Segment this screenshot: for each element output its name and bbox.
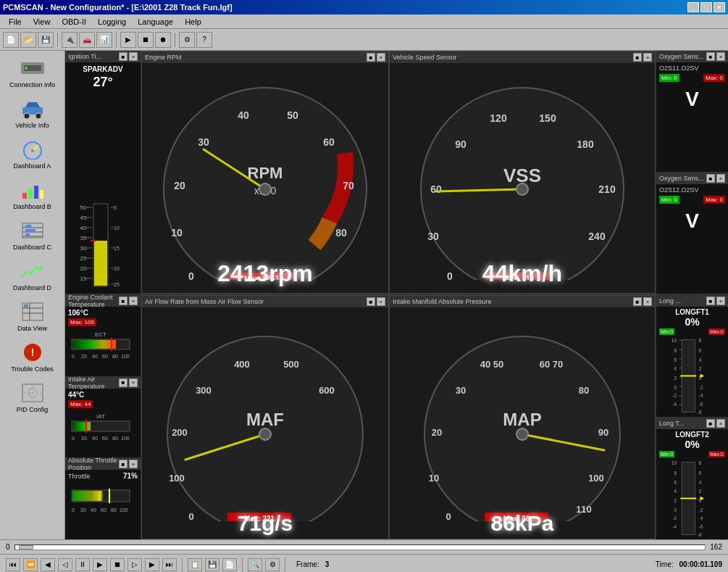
sidebar-item-dashboard-c[interactable]: Dashboard C — [4, 216, 62, 254]
svg-text:-8: -8 — [698, 532, 702, 537]
ignition-panel-minimize[interactable]: ■ — [119, 52, 127, 61]
o2s12-minimize[interactable]: ■ — [706, 174, 715, 183]
o2s11-value: V — [659, 88, 725, 111]
sidebar-item-dashboard-d[interactable]: Dashboard D — [4, 257, 62, 294]
svg-point-136 — [259, 428, 271, 440]
sidebar-item-dashboard-a[interactable]: Dashboard A — [4, 135, 62, 173]
svg-text:30: 30 — [456, 385, 466, 396]
copy-button[interactable]: 📄 — [222, 558, 237, 571]
svg-text:80: 80 — [112, 354, 118, 359]
svg-rect-20 — [25, 233, 30, 236]
menu-logging[interactable]: Logging — [92, 16, 132, 28]
sidebar-item-pid-config[interactable]: PID Config — [4, 378, 62, 416]
prev-frame-button[interactable]: ◀ — [41, 558, 55, 571]
scroll-left-value: 0 — [6, 543, 10, 551]
throttle-minimize[interactable]: ■ — [119, 460, 127, 468]
map-panel-close[interactable]: × — [643, 297, 652, 306]
rpm-panel-close[interactable]: × — [377, 53, 385, 62]
o2s11-close[interactable]: × — [716, 52, 725, 61]
longft2-minimize[interactable]: ■ — [706, 419, 715, 428]
svg-text:100: 100 — [121, 436, 130, 441]
maf-panel-minimize[interactable]: ■ — [367, 297, 375, 306]
menu-file[interactable]: File — [3, 16, 28, 28]
map-panel-minimize[interactable]: ■ — [633, 297, 642, 306]
config-transport-button[interactable]: ⚙ — [265, 558, 280, 571]
svg-point-152 — [516, 428, 528, 440]
dashboard: Ignition Ti... ■ × SPARKADV 27° 50 45 — [65, 51, 728, 539]
sidebar-item-dashboard-b[interactable]: Dashboard B — [4, 175, 62, 213]
config-button[interactable]: ⚙ — [179, 32, 195, 48]
play-transport-button[interactable]: ▶ — [93, 558, 107, 571]
ect-close[interactable]: × — [129, 297, 138, 305]
iat-close[interactable]: × — [129, 378, 138, 387]
ect-minimize[interactable]: ■ — [119, 297, 127, 305]
sidebar-item-vehicle-info[interactable]: Vehicle Info — [4, 94, 62, 132]
play-button[interactable]: ▶ — [120, 32, 136, 48]
ect-panel-title: Engine Coolant Temperature ■ × — [65, 295, 141, 307]
ignition-panel-close[interactable]: × — [129, 52, 138, 61]
svg-text:25: 25 — [114, 282, 120, 287]
svg-text:200: 200 — [172, 427, 188, 438]
export-button[interactable]: 📋 — [188, 558, 202, 571]
longft2-close[interactable]: × — [716, 419, 725, 428]
sidebar-item-connection-info[interactable]: Connection Info — [4, 54, 62, 91]
save-button[interactable]: 💾 — [38, 32, 54, 48]
window-controls[interactable]: _ □ × — [687, 2, 725, 12]
stop-button[interactable]: ⏹ — [138, 32, 154, 48]
rpm-panel-minimize[interactable]: ■ — [367, 53, 375, 62]
longft1-minimize[interactable]: ■ — [706, 297, 715, 305]
frame-label: Frame: — [296, 560, 319, 568]
o2s11-panel-title: Oxygen Sens... ■ × — [656, 51, 728, 62]
pause-button[interactable]: ⏸ — [75, 558, 90, 571]
menu-language[interactable]: Language — [132, 16, 179, 28]
svg-text:4: 4 — [699, 357, 702, 362]
maf-panel-close[interactable]: × — [377, 297, 385, 306]
map-value: 86kPa — [390, 511, 655, 536]
next-frame-button[interactable]: ▶ — [145, 558, 159, 571]
minimize-button[interactable]: _ — [687, 2, 699, 12]
svg-text:IAT: IAT — [96, 413, 105, 420]
throttle-close[interactable]: × — [129, 460, 138, 468]
menu-obdii[interactable]: OBD-II — [56, 16, 92, 28]
vss-panel-close[interactable]: × — [643, 53, 652, 62]
longft1-close[interactable]: × — [716, 297, 725, 305]
svg-text:500: 500 — [283, 359, 299, 370]
new-button[interactable]: 📄 — [3, 32, 19, 48]
maximize-button[interactable]: □ — [700, 2, 712, 12]
iat-minimize[interactable]: ■ — [119, 378, 127, 387]
connect-button[interactable]: 🔌 — [62, 32, 78, 48]
zoom-button[interactable]: 🔍 — [248, 558, 262, 571]
svg-text:15: 15 — [114, 246, 120, 251]
o2s12-min: Min: 0 — [659, 196, 679, 204]
scroll-thumb[interactable] — [19, 545, 33, 550]
vss-panel-minimize[interactable]: ■ — [633, 53, 642, 62]
rewind-button[interactable]: ⏪ — [23, 558, 38, 571]
svg-text:6: 6 — [699, 348, 702, 353]
skip-start-button[interactable]: ⏮ — [6, 558, 20, 571]
open-button[interactable]: 📂 — [20, 32, 36, 48]
o2s11-minimize[interactable]: ■ — [706, 52, 715, 61]
svg-text:4: 4 — [674, 489, 677, 494]
close-button[interactable]: × — [714, 2, 725, 12]
vehicle-button[interactable]: 🚗 — [79, 32, 95, 48]
step-back-button[interactable]: ◁ — [58, 558, 72, 571]
sidebar-label-connection-info: Connection Info — [9, 81, 55, 88]
o2s12-close[interactable]: × — [716, 174, 725, 183]
menu-help[interactable]: Help — [179, 16, 207, 28]
record-button[interactable]: ⏺ — [155, 32, 171, 48]
help-toolbar-button[interactable]: ? — [196, 32, 212, 48]
svg-text:20: 20 — [80, 265, 87, 272]
svg-text:2: 2 — [674, 376, 677, 381]
scroll-track[interactable] — [14, 544, 706, 550]
step-fwd-button[interactable]: ▷ — [127, 558, 142, 571]
skip-end-button[interactable]: ⏭ — [162, 558, 177, 571]
dash-button[interactable]: 📊 — [96, 32, 112, 48]
sidebar-item-trouble-codes[interactable]: ! Trouble Codes — [4, 338, 62, 376]
svg-point-77 — [259, 183, 271, 195]
sidebar-item-data-view[interactable]: Data View — [4, 297, 62, 335]
menu-view[interactable]: View — [28, 16, 57, 28]
sidebar-label-data-view: Data View — [17, 325, 47, 332]
stop-transport-button[interactable]: ⏹ — [110, 558, 125, 571]
svg-text:10: 10 — [429, 473, 439, 484]
save-transport-button[interactable]: 💾 — [205, 558, 219, 571]
